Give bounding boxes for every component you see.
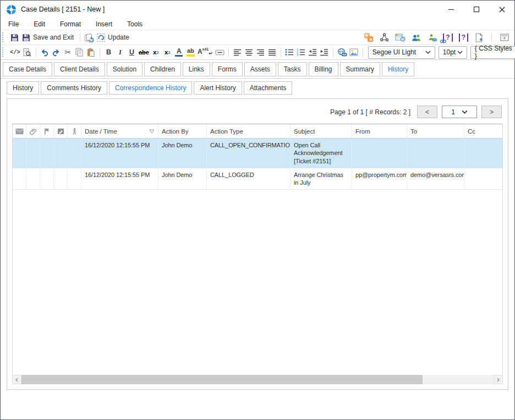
tab-forms[interactable]: Forms [212,62,243,76]
swap-icon[interactable] [363,31,375,43]
undo-icon[interactable] [39,46,51,58]
subtab-history[interactable]: History [7,81,39,95]
col-header-cc[interactable]: Cc [464,124,502,138]
users-icon[interactable] [410,31,423,43]
main-toolbar: Save and Exit Update [1,30,514,45]
col-header-to[interactable]: To [407,124,464,138]
col-header-date-time[interactable]: Date / Time [81,124,158,138]
menu-file[interactable]: File [8,20,19,28]
font-color-icon[interactable]: A [173,46,185,58]
tab-billing[interactable]: Billing [309,62,338,76]
tab-children[interactable]: Children [144,62,181,76]
subtab-comments-history[interactable]: Comments History [41,81,107,95]
toolbar-separator [228,48,229,57]
code-icon[interactable]: </> [9,46,21,58]
outdent-icon[interactable] [307,46,319,58]
format-toolbar: </> ✂ B I U abe x2 x2 A ab Ax41↵ [1,45,514,60]
indent-icon[interactable] [319,46,330,58]
col-header-person[interactable] [68,124,81,138]
filter-icon[interactable] [149,129,155,134]
calendar-clock-icon[interactable] [394,31,407,43]
align-center-icon[interactable] [243,46,255,58]
insert-symbol-icon[interactable]: Ax41↵ [196,46,214,58]
align-justify-icon[interactable] [266,46,278,58]
col-header-action-type[interactable]: Action Type [207,124,291,138]
tab-client-details[interactable]: Client Details [54,62,105,76]
menu-insert[interactable]: Insert [96,20,112,28]
save-icon[interactable] [9,31,20,43]
highlight-icon[interactable]: ab [185,46,196,58]
col-header-action-by[interactable]: Action By [158,124,207,138]
tab-summary[interactable]: Summary [340,62,380,76]
save-and-exit-button[interactable]: Save and Exit [33,34,74,41]
col-header-subject[interactable]: Subject [291,124,352,138]
numbered-list-icon[interactable]: 123 [295,46,307,58]
menu-tools[interactable]: Tools [127,20,143,28]
toolbar-drag-handle[interactable] [2,47,6,57]
table-row[interactable]: 16/12/2020 12:15:55 PM John Demo CALL_LO… [13,168,502,190]
col-header-flag[interactable] [40,124,54,138]
scroll-left-button[interactable] [12,375,21,384]
scrollbar-track[interactable] [21,375,494,384]
align-left-icon[interactable] [232,46,243,58]
col-header-note[interactable] [54,124,68,138]
hyperlink-icon[interactable] [336,46,348,58]
cell-action-by: John Demo [158,168,207,190]
strikethrough-icon[interactable]: abe [138,46,150,58]
paste-icon[interactable] [85,46,97,58]
superscript-icon[interactable]: x2 [150,46,162,58]
scroll-right-button[interactable] [494,375,503,384]
scroll-left-icon [15,378,18,382]
horizontal-rule-icon[interactable] [214,46,226,58]
previous-page-button[interactable]: < [417,106,437,118]
col-header-envelope[interactable] [13,124,26,138]
update-button[interactable]: Update [108,34,129,41]
help-icon[interactable]: ? [458,31,469,43]
subtab-correspondence-history[interactable]: Correspondence History [109,81,192,95]
font-name-select[interactable]: Segoe UI Light [368,46,435,59]
italic-icon[interactable]: I [114,46,126,58]
toolbar-separator [491,33,492,42]
tab-case-details[interactable]: Case Details [3,62,52,76]
cut-icon[interactable]: ✂ [62,46,74,58]
maximize-button[interactable] [464,1,489,18]
menu-format[interactable]: Format [60,20,81,28]
close-button[interactable] [489,1,514,18]
tab-links[interactable]: Links [183,62,210,76]
tab-assets[interactable]: Assets [244,62,276,76]
copy-icon[interactable] [74,46,85,58]
css-styles-select[interactable]: { CSS Styles } [470,46,515,59]
person-link-icon[interactable] [426,31,438,43]
font-size-select[interactable]: 10pt [439,46,467,59]
menu-edit[interactable]: Edit [34,20,45,28]
tab-tasks[interactable]: Tasks [278,62,307,76]
tab-history[interactable]: History [382,62,414,76]
network-icon[interactable] [379,31,390,43]
col-header-from[interactable]: From [352,124,407,138]
subtab-attachments[interactable]: Attachments [244,81,293,95]
update-region-icon[interactable] [95,31,107,43]
collapse-toolbar-icon[interactable] [498,31,510,43]
scrollbar-thumb[interactable] [21,375,423,384]
underline-icon[interactable]: U [126,46,138,58]
table-row[interactable]: 16/12/2020 12:15:55 PM John Demo CALL_OP… [13,139,502,168]
minimize-button[interactable] [439,1,464,18]
page-number-select[interactable]: 1 [442,106,477,118]
subscript-icon[interactable]: x2 [162,46,173,58]
tab-solution[interactable]: Solution [107,62,143,76]
help-link-icon[interactable]: ? [442,31,453,43]
col-header-attachment[interactable] [26,124,40,138]
align-right-icon[interactable] [255,46,266,58]
export-page-icon[interactable] [473,31,485,43]
redo-icon[interactable] [51,46,62,58]
bullet-list-icon[interactable] [284,46,295,58]
cell-to [407,139,464,168]
subtab-alert-history[interactable]: Alert History [194,81,242,95]
save-icon[interactable] [20,31,32,43]
preview-icon[interactable] [21,46,33,58]
toolbar-drag-handle[interactable] [2,32,6,42]
image-icon[interactable] [348,46,360,58]
bold-icon[interactable]: B [103,46,114,58]
refresh-form-icon[interactable] [83,31,95,43]
next-page-button[interactable]: > [481,106,502,118]
